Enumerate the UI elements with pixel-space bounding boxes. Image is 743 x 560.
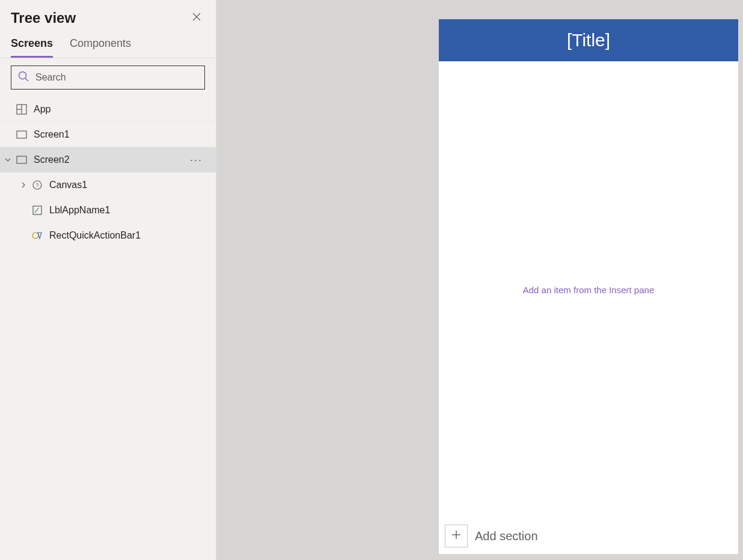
tree-item-screen1[interactable]: Screen1 — [0, 122, 216, 147]
insert-placeholder-text: Add an item from the Insert pane — [523, 285, 654, 295]
svg-point-2 — [19, 72, 26, 79]
label-icon — [31, 204, 43, 216]
title-text: [Title] — [567, 30, 610, 50]
canvas-body[interactable]: Add an item from the Insert pane — [439, 61, 738, 518]
tree-item-label: Screen2 — [34, 154, 188, 165]
shape-icon — [31, 230, 43, 242]
chevron-down-icon[interactable] — [0, 156, 16, 163]
tree-item-label: LblAppName1 — [49, 205, 205, 216]
tree-item-rectquickactionbar1[interactable]: RectQuickActionBar1 — [0, 223, 216, 248]
chevron-right-icon[interactable] — [16, 181, 31, 189]
canvas-area: [Title] Add an item from the Insert pane… — [216, 0, 743, 560]
tree-view-tabs: Screens Components — [0, 31, 216, 58]
svg-text:?: ? — [35, 182, 38, 188]
tree-item-canvas1[interactable]: ? Canvas1 — [0, 172, 216, 198]
tree-item-screen2[interactable]: Screen2 ··· — [0, 147, 216, 172]
svg-rect-7 — [17, 131, 26, 138]
tree-item-lblappname1[interactable]: LblAppName1 — [0, 198, 216, 223]
svg-line-3 — [25, 78, 28, 81]
more-options-button[interactable]: ··· — [188, 154, 205, 166]
screen-icon — [16, 154, 28, 166]
app-icon — [16, 103, 28, 115]
tree-view-panel: Tree view Screens Components App — [0, 0, 216, 560]
search-container — [0, 58, 216, 97]
search-box[interactable] — [11, 65, 205, 90]
close-icon — [192, 12, 201, 24]
tree-item-label: Screen1 — [34, 129, 205, 140]
design-canvas[interactable]: [Title] Add an item from the Insert pane… — [439, 19, 738, 554]
search-icon — [17, 70, 29, 85]
tree-list: App Screen1 Screen2 ··· ? — [0, 97, 216, 560]
add-section-button[interactable] — [445, 525, 468, 547]
tree-item-app[interactable]: App — [0, 97, 216, 122]
svg-marker-13 — [38, 233, 41, 239]
svg-rect-11 — [33, 206, 41, 215]
tree-view-header: Tree view — [0, 0, 216, 31]
tree-item-label: RectQuickActionBar1 — [49, 230, 205, 241]
plus-icon — [451, 529, 462, 543]
tree-item-label: Canvas1 — [49, 180, 205, 190]
component-icon: ? — [31, 179, 43, 191]
tab-screens[interactable]: Screens — [11, 37, 53, 58]
titlebar[interactable]: [Title] — [439, 19, 738, 61]
search-input[interactable] — [35, 72, 198, 83]
svg-rect-8 — [17, 156, 26, 163]
tree-view-title: Tree view — [11, 10, 76, 26]
add-section-label: Add section — [475, 529, 538, 543]
add-section-row: Add section — [439, 518, 738, 554]
close-panel-button[interactable] — [189, 11, 204, 25]
svg-point-12 — [32, 233, 38, 239]
tab-components[interactable]: Components — [70, 37, 131, 58]
tree-item-label: App — [34, 104, 205, 115]
screen-icon — [16, 129, 28, 141]
